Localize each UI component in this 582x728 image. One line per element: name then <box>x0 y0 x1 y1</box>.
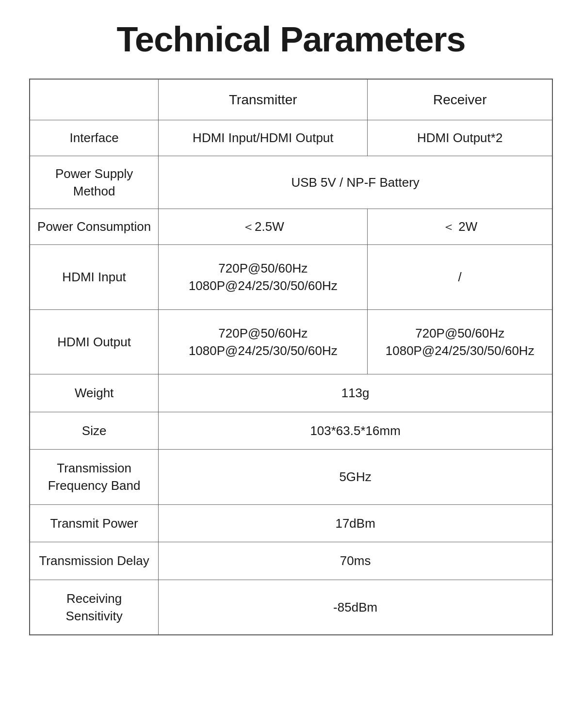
label-receiving-sensitivity: Receiving Sensitivity <box>30 580 159 635</box>
table-row-weight: Weight 113g <box>30 374 552 412</box>
table-row-transmission-delay: Transmission Delay 70ms <box>30 542 552 580</box>
header-col1 <box>30 79 159 120</box>
label-transmission-delay: Transmission Delay <box>30 542 159 580</box>
label-size: Size <box>30 412 159 449</box>
value-transmission-frequency: 5GHz <box>159 450 552 505</box>
value-weight: 113g <box>159 374 552 412</box>
label-power-consumption: Power Consumption <box>30 209 159 244</box>
value-hdmi-input-receiver: / <box>368 244 552 309</box>
value-hdmi-output-transmitter: 720P@50/60Hz 1080P@24/25/30/50/60Hz <box>159 309 368 374</box>
label-transmit-power: Transmit Power <box>30 504 159 542</box>
value-size: 103*63.5*16mm <box>159 412 552 449</box>
table-row-interface: Interface HDMI Input/HDMI Output HDMI Ou… <box>30 120 552 156</box>
label-hdmi-output: HDMI Output <box>30 309 159 374</box>
page-title: Technical Parameters <box>116 19 465 59</box>
value-transmission-delay: 70ms <box>159 542 552 580</box>
table-row-power-consumption: Power Consumption ＜2.5W ＜ 2W <box>30 209 552 244</box>
table-row-transmission-frequency: Transmission Frequency Band 5GHz <box>30 450 552 505</box>
table-row-hdmi-output: HDMI Output 720P@50/60Hz 1080P@24/25/30/… <box>30 309 552 374</box>
label-weight: Weight <box>30 374 159 412</box>
label-transmission-frequency: Transmission Frequency Band <box>30 450 159 505</box>
technical-parameters-table: Transmitter Receiver Interface HDMI Inpu… <box>29 79 553 635</box>
table-row-size: Size 103*63.5*16mm <box>30 412 552 449</box>
table-row-transmit-power: Transmit Power 17dBm <box>30 504 552 542</box>
table-row-hdmi-input: HDMI Input 720P@50/60Hz 1080P@24/25/30/5… <box>30 244 552 309</box>
header-receiver: Receiver <box>368 79 552 120</box>
value-power-consumption-receiver: ＜ 2W <box>368 209 552 244</box>
label-power-supply: Power Supply Method <box>30 156 159 209</box>
label-hdmi-input: HDMI Input <box>30 244 159 309</box>
value-hdmi-output-receiver: 720P@50/60Hz 1080P@24/25/30/50/60Hz <box>368 309 552 374</box>
value-transmit-power: 17dBm <box>159 504 552 542</box>
value-interface-receiver: HDMI Output*2 <box>368 120 552 156</box>
value-receiving-sensitivity: -85dBm <box>159 580 552 635</box>
value-hdmi-input-transmitter: 720P@50/60Hz 1080P@24/25/30/50/60Hz <box>159 244 368 309</box>
label-interface: Interface <box>30 120 159 156</box>
value-power-supply: USB 5V / NP-F Battery <box>159 156 552 209</box>
value-interface-transmitter: HDMI Input/HDMI Output <box>159 120 368 156</box>
table-header-row: Transmitter Receiver <box>30 79 552 120</box>
table-row-receiving-sensitivity: Receiving Sensitivity -85dBm <box>30 580 552 635</box>
table-row-power-supply: Power Supply Method USB 5V / NP-F Batter… <box>30 156 552 209</box>
header-transmitter: Transmitter <box>159 79 368 120</box>
value-power-consumption-transmitter: ＜2.5W <box>159 209 368 244</box>
